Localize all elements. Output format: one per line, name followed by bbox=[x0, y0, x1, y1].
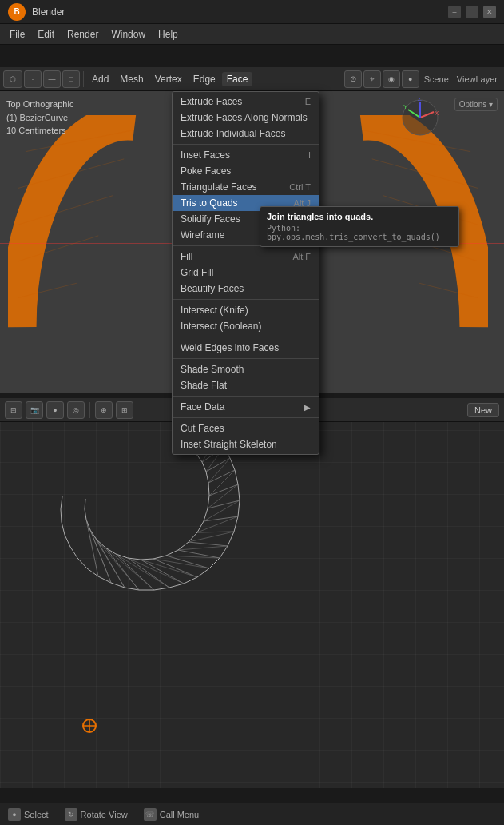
call-menu-label: Call Menu bbox=[160, 810, 200, 819]
svg-line-32 bbox=[128, 558, 169, 588]
svg-text:Y: Y bbox=[403, 103, 408, 110]
proportional-edit[interactable]: ⊙ bbox=[344, 70, 362, 88]
select-label: Select bbox=[24, 810, 49, 819]
svg-text:Z: Z bbox=[418, 98, 422, 102]
menu-extrude-along-normals[interactable]: Extrude Faces Along Normals bbox=[173, 110, 319, 126]
svg-line-56 bbox=[90, 530, 125, 588]
separator-6 bbox=[173, 396, 319, 397]
menu-beautify-faces[interactable]: Beautify Faces bbox=[173, 281, 319, 297]
select-mode-edge[interactable]: — bbox=[43, 70, 61, 88]
rotate-icon: ↻ bbox=[65, 808, 77, 821]
minimize-button[interactable]: – bbox=[448, 6, 461, 18]
menu-intersect-boolean[interactable]: Intersect (Boolean) bbox=[173, 318, 319, 334]
viewport-shading[interactable]: ● bbox=[402, 70, 419, 88]
active-render-btn[interactable]: ⊞ bbox=[116, 401, 133, 419]
svg-line-46 bbox=[197, 516, 238, 532]
call-menu-icon: ☏ bbox=[144, 808, 157, 821]
menu-file[interactable]: File bbox=[3, 27, 31, 42]
menu-cut-faces[interactable]: Cut Faces bbox=[173, 420, 319, 436]
menu-fill[interactable]: Fill Alt F bbox=[173, 249, 319, 265]
menu-grid-fill[interactable]: Grid Fill bbox=[173, 265, 319, 281]
svg-line-26 bbox=[197, 532, 234, 532]
viewport-perspective: Top Orthographic bbox=[6, 98, 73, 111]
menu-poke-faces[interactable]: Poke Faces bbox=[173, 163, 319, 179]
scene-label: Scene bbox=[421, 74, 452, 84]
select-mode-vertex[interactable]: · bbox=[24, 70, 42, 88]
viewlayer-label: ViewLayer bbox=[454, 74, 501, 84]
wireframe-mesh bbox=[40, 422, 296, 788]
svg-line-55 bbox=[97, 540, 139, 590]
svg-line-21 bbox=[206, 458, 230, 472]
menu-intersect-knife[interactable]: Intersect (Knife) bbox=[173, 302, 319, 318]
new-button[interactable]: New bbox=[467, 403, 499, 417]
svg-text:X: X bbox=[435, 110, 439, 117]
menu-extrude-faces[interactable]: Extrude Faces E bbox=[173, 94, 319, 110]
svg-line-23 bbox=[209, 484, 238, 496]
menu-face-data[interactable]: Face Data ▶ bbox=[173, 399, 319, 415]
tooltip-title: Join triangles into quads. bbox=[267, 212, 452, 221]
menu-inset-straight-skeleton[interactable]: Inset Straight Skeleton bbox=[173, 436, 319, 452]
maximize-button[interactable]: □ bbox=[466, 6, 478, 18]
options-button[interactable]: Options ▾ bbox=[454, 98, 498, 111]
status-call-menu: ☏ Call Menu bbox=[144, 808, 200, 821]
svg-line-47 bbox=[189, 532, 234, 542]
separator-3 bbox=[173, 299, 319, 300]
titlebar: B Blender – □ ✕ bbox=[0, 0, 504, 24]
tooltip-code: Python: bpy.ops.mesh.tris_convert_to_qua… bbox=[267, 224, 452, 241]
camera-icon[interactable]: 📷 bbox=[26, 401, 43, 419]
header-right-tools: ⊙ ⌖ ◉ ● Scene ViewLayer bbox=[344, 70, 501, 88]
header-left-tools: ⬡ · — □ bbox=[3, 70, 80, 88]
header-edge[interactable]: Edge bbox=[189, 72, 220, 86]
tooltip-panel: Join triangles into quads. Python: bpy.o… bbox=[260, 206, 459, 247]
status-select: ● Select bbox=[8, 808, 49, 821]
sep bbox=[89, 402, 90, 418]
menu-inset-faces[interactable]: Inset Faces I bbox=[173, 147, 319, 163]
menu-window[interactable]: Window bbox=[105, 27, 152, 42]
close-button[interactable]: ✕ bbox=[483, 6, 496, 18]
svg-line-25 bbox=[204, 516, 238, 521]
render-btn[interactable]: ⊕ bbox=[95, 401, 113, 419]
viewport-bottom[interactable] bbox=[0, 398, 504, 788]
context-header: ⬡ · — □ Add Mesh Vertex Edge Face ⊙ ⌖ ◉ … bbox=[0, 67, 504, 91]
menu-help[interactable]: Help bbox=[152, 27, 185, 42]
menu-edit[interactable]: Edit bbox=[31, 27, 61, 42]
app-title: Blender bbox=[32, 6, 65, 18]
window-controls: – □ ✕ bbox=[448, 6, 496, 18]
svg-line-37 bbox=[86, 520, 98, 576]
svg-line-42 bbox=[208, 458, 230, 483]
viewport-overlays[interactable]: ◉ bbox=[383, 70, 400, 88]
svg-line-43 bbox=[209, 470, 235, 496]
snap-toggle[interactable]: ⌖ bbox=[363, 70, 381, 88]
menubar: File Edit Render Window Help bbox=[0, 24, 504, 45]
menu-render[interactable]: Render bbox=[61, 27, 105, 42]
header-face[interactable]: Face bbox=[222, 72, 253, 86]
svg-line-22 bbox=[208, 470, 235, 483]
mode-icon[interactable]: ⬡ bbox=[3, 70, 22, 88]
header-add[interactable]: Add bbox=[87, 72, 113, 86]
svg-line-30 bbox=[153, 559, 197, 577]
svg-line-28 bbox=[178, 550, 220, 558]
svg-line-52 bbox=[128, 558, 184, 584]
svg-line-57 bbox=[86, 520, 111, 583]
menu-triangulate-faces[interactable]: Triangulate Faces Ctrl T bbox=[173, 179, 319, 195]
separator-1 bbox=[83, 71, 84, 87]
view-mode-icon[interactable]: ⊟ bbox=[5, 401, 22, 419]
svg-line-49 bbox=[166, 556, 220, 558]
statusbar: ● Select ↻ Rotate View ☏ Call Menu bbox=[0, 803, 504, 825]
separator-7 bbox=[173, 417, 319, 418]
viewport-shading-btn[interactable]: ● bbox=[46, 401, 64, 419]
axis-widget: X Y Z bbox=[400, 98, 440, 138]
header-mesh[interactable]: Mesh bbox=[115, 72, 148, 86]
status-rotate: ↻ Rotate View bbox=[65, 808, 128, 821]
viewport-overlay-btn[interactable]: ◎ bbox=[67, 401, 85, 419]
select-icon: ● bbox=[8, 808, 21, 821]
separator-1 bbox=[173, 144, 319, 145]
menu-shade-flat[interactable]: Shade Flat bbox=[173, 377, 319, 393]
menu-weld-edges[interactable]: Weld Edges into Faces bbox=[173, 340, 319, 356]
menu-shade-smooth[interactable]: Shade Smooth bbox=[173, 361, 319, 377]
header-vertex[interactable]: Vertex bbox=[150, 72, 187, 86]
menu-extrude-individual[interactable]: Extrude Individual Faces bbox=[173, 126, 319, 141]
select-mode-face[interactable]: □ bbox=[62, 70, 80, 88]
svg-line-48 bbox=[178, 546, 228, 550]
face-dropdown-menu: Extrude Faces E Extrude Faces Along Norm… bbox=[172, 91, 319, 455]
